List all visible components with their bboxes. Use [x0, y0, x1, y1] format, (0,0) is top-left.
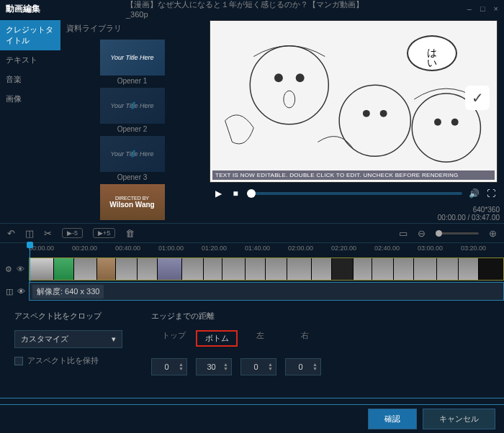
- scrubber[interactable]: [247, 192, 462, 195]
- library-tab[interactable]: 資料ライブラリ: [66, 20, 198, 37]
- svg-point-7: [380, 110, 387, 117]
- edge-bottom-input[interactable]: 30▲▼: [196, 358, 232, 375]
- template-opener3[interactable]: Your Title Here⬇ Opener 3: [100, 136, 165, 181]
- aspect-select[interactable]: カスタマイズ▾: [14, 330, 122, 348]
- video-track[interactable]: [29, 257, 504, 281]
- file-name: 【漫画】なぜ大人になると１年が短く感じるのか？【マンガ動画】_360p: [126, 0, 378, 19]
- edge-top-label: トップ: [151, 330, 196, 347]
- keep-aspect-checkbox[interactable]: [14, 357, 23, 365]
- template-opener1[interactable]: Your Title Here Opener 1: [100, 40, 165, 85]
- template-directed[interactable]: DIRECTED BYWilson Wang: [100, 184, 165, 220]
- video-preview[interactable]: はい ✓ TEXT IS NOW EDITABLE. DOUBLE CLICK …: [210, 20, 498, 183]
- crop-tool-icon[interactable]: ◫: [6, 287, 13, 296]
- maximize-button[interactable]: □: [480, 4, 485, 13]
- close-button[interactable]: ×: [494, 4, 498, 13]
- tab-image[interactable]: 画像: [0, 89, 60, 109]
- svg-point-9: [434, 119, 441, 126]
- stop-button[interactable]: ■: [230, 188, 241, 199]
- cut-icon[interactable]: ✂: [44, 228, 52, 239]
- edge-top-input[interactable]: 0▲▼: [151, 358, 187, 375]
- zoom-slider[interactable]: [436, 232, 479, 234]
- editable-text-overlay[interactable]: TEXT IS NOW EDITABLE. DOUBLE CLICK TO ED…: [212, 170, 495, 180]
- ok-button[interactable]: 確認: [368, 409, 417, 429]
- zoom-in-icon[interactable]: ⊕: [489, 228, 497, 239]
- delete-icon[interactable]: 🗑: [125, 228, 135, 239]
- crop-icon[interactable]: ◫: [25, 228, 34, 239]
- speech-bubble: はい: [407, 35, 457, 71]
- svg-point-10: [451, 119, 459, 126]
- volume-icon[interactable]: 🔊: [468, 188, 480, 199]
- download-icon: ⬇: [128, 100, 137, 111]
- tab-music[interactable]: 音楽: [0, 70, 60, 89]
- template-opener2[interactable]: Your Title Here⬇ Opener 2: [100, 88, 165, 133]
- render-checkbox[interactable]: ✓: [465, 86, 490, 110]
- timeline-ruler[interactable]: 00:00.00 00:20.00 00:40.00 01:00.00 01:2…: [29, 243, 504, 256]
- preview-resolution: 640*360: [473, 206, 500, 214]
- fit-icon[interactable]: ▭: [399, 228, 408, 239]
- edge-right-label: 右: [282, 330, 327, 347]
- svg-point-2: [274, 73, 283, 82]
- undo-icon[interactable]: ↶: [7, 228, 15, 239]
- back5-button[interactable]: ▶-5: [62, 228, 83, 238]
- preview-timecode: 00:00.00 / 03:47.00: [438, 214, 500, 222]
- play-button[interactable]: ▶: [212, 188, 224, 199]
- titlebar: 動画編集 【漫画】なぜ大人になると１年が短く感じるのか？【マンガ動画】_360p…: [0, 0, 504, 17]
- edge-right-input[interactable]: 0▲▼: [285, 358, 321, 375]
- aspect-crop-title: アスペクト比をクロップ: [14, 311, 122, 322]
- scrubber-head[interactable]: [247, 189, 256, 198]
- edge-bottom-label: ボトム: [196, 330, 238, 347]
- keep-aspect-label: アスペクト比を保持: [27, 355, 99, 366]
- svg-point-3: [296, 73, 305, 82]
- tab-credit-title[interactable]: クレジットタイトル: [0, 20, 60, 50]
- resolution-label: 解像度: 640 x 330: [32, 285, 104, 298]
- cancel-button[interactable]: キャンセル: [423, 409, 495, 429]
- sidebar-tabs: クレジットタイトル テキスト 音楽 画像: [0, 17, 60, 223]
- fwd5-button[interactable]: ▶+5: [93, 228, 115, 238]
- minimize-button[interactable]: –: [467, 4, 472, 13]
- playhead[interactable]: [30, 243, 30, 282]
- tab-text[interactable]: テキスト: [0, 50, 60, 70]
- download-icon: ⬇: [128, 148, 137, 160]
- app-name: 動画編集: [6, 3, 40, 15]
- edge-left-input[interactable]: 0▲▼: [240, 358, 276, 375]
- fullscreen-icon[interactable]: ⛶: [485, 188, 497, 199]
- zoom-out-icon[interactable]: ⊖: [418, 228, 426, 239]
- edge-left-label: 左: [238, 330, 282, 347]
- track-visible-icon[interactable]: 👁: [17, 265, 24, 273]
- edge-distance-title: エッジまでの距離: [151, 311, 327, 322]
- chevron-down-icon: ▾: [112, 334, 116, 344]
- crop-info-bar: ◫👁 解像度: 640 x 330: [29, 282, 504, 301]
- svg-point-6: [363, 110, 370, 117]
- visibility-icon[interactable]: 👁: [17, 287, 25, 296]
- track-settings-icon[interactable]: ⚙: [5, 265, 12, 274]
